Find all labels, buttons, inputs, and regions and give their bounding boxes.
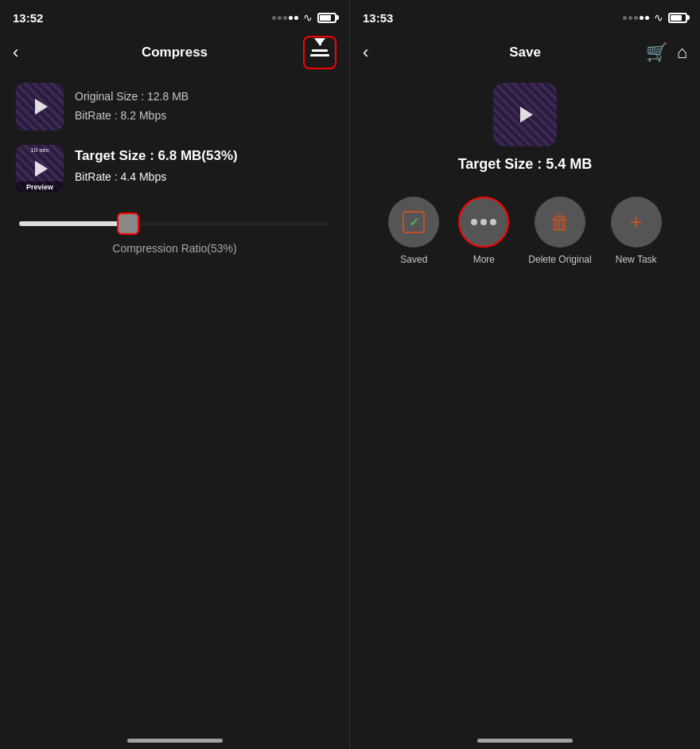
slider-thumb-wrapper[interactable] <box>117 213 139 235</box>
delete-original-action[interactable]: 🗑 Delete Original <box>528 197 591 265</box>
target-bitrate-label: BitRate : 4.4 Mbps <box>75 168 238 187</box>
status-bar-left: 13:52 ∿ <box>0 0 349 35</box>
preview-sec: 10 sec <box>16 146 64 154</box>
save-thumbnail <box>493 83 557 146</box>
status-bar-right: 13:53 ∿ <box>350 0 700 35</box>
original-size-label: Original Size : 12.8 MB <box>75 88 189 107</box>
compression-ratio-label: Compression Ratio(53%) <box>19 242 330 255</box>
preview-thumbnail[interactable]: Preview 10 sec <box>16 145 64 193</box>
more-action[interactable]: More <box>458 197 509 265</box>
save-content: Target Size : 5.4 MB ✓ Saved <box>350 70 700 722</box>
target-size-label: Target Size : 6.8 MB(53%) <box>75 145 238 168</box>
preview-target-row: Preview 10 sec Target Size : 6.8 MB(53%)… <box>16 145 333 193</box>
home-nav-icon[interactable]: ⌂ <box>677 42 687 63</box>
status-icons-left: ∿ <box>272 11 336 24</box>
back-button-right[interactable]: ‹ <box>363 41 375 64</box>
save-target-size-label: Target Size : 5.4 MB <box>458 156 593 173</box>
signal-icon-right <box>623 16 649 20</box>
nav-bar-right: ‹ Save 🛒 ⌂ <box>350 35 700 70</box>
original-thumbnail <box>16 83 64 131</box>
plus-icon: + <box>630 211 643 233</box>
nav-title-left: Compress <box>142 45 208 60</box>
preview-label: Preview <box>16 181 64 193</box>
slider-section: Compression Ratio(53%) <box>16 212 333 255</box>
wifi-icon: ∿ <box>303 11 313 24</box>
delete-original-label: Delete Original <box>528 254 591 265</box>
saved-label: Saved <box>400 254 427 265</box>
status-time-left: 13:52 <box>13 11 43 25</box>
original-bitrate-label: BitRate : 8.2 Mbps <box>75 107 189 126</box>
download-button[interactable] <box>303 36 336 69</box>
slider-container[interactable] <box>19 212 330 236</box>
compress-content: Original Size : 12.8 MB BitRate : 8.2 Mb… <box>0 70 349 722</box>
more-circle[interactable] <box>458 197 509 248</box>
battery-icon-right <box>668 13 687 23</box>
home-bar-left <box>127 739 223 743</box>
target-info-text: Target Size : 6.8 MB(53%) BitRate : 4.4 … <box>75 145 238 187</box>
nav-bar-left: ‹ Compress <box>0 35 349 70</box>
signal-icon <box>272 16 298 20</box>
wifi-icon-right: ∿ <box>654 11 663 24</box>
download-icon <box>310 49 329 57</box>
home-bar-right <box>477 739 573 743</box>
new-task-action[interactable]: + New Task <box>611 197 662 265</box>
original-info-row: Original Size : 12.8 MB BitRate : 8.2 Mb… <box>16 83 333 131</box>
status-time-right: 13:53 <box>363 11 393 25</box>
more-icon <box>471 219 496 225</box>
trash-icon: 🗑 <box>550 210 570 235</box>
home-indicator-right <box>350 722 700 749</box>
back-button-left[interactable]: ‹ <box>13 41 25 64</box>
nav-title-right: Save <box>509 45 541 60</box>
slider-track <box>19 221 330 226</box>
new-task-circle[interactable]: + <box>611 197 662 248</box>
status-icons-right: ∿ <box>623 11 687 24</box>
home-indicator-left <box>0 722 349 749</box>
saved-action[interactable]: ✓ Saved <box>388 197 439 265</box>
right-panel: 13:53 ∿ ‹ Save 🛒 ⌂ <box>350 0 700 749</box>
delete-original-circle[interactable]: 🗑 <box>535 197 585 248</box>
saved-circle[interactable]: ✓ <box>388 197 439 248</box>
original-info-text: Original Size : 12.8 MB BitRate : 8.2 Mb… <box>75 88 189 126</box>
left-panel: 13:52 ∿ ‹ Compress <box>0 0 350 749</box>
slider-thumb[interactable] <box>117 213 139 235</box>
action-row: ✓ Saved More 🗑 <box>388 197 661 265</box>
more-label: More <box>473 254 495 265</box>
battery-icon <box>317 13 336 23</box>
cart-icon[interactable]: 🛒 <box>646 42 667 63</box>
new-task-label: New Task <box>616 254 657 265</box>
nav-icons-right: 🛒 ⌂ <box>646 42 687 63</box>
saved-icon: ✓ <box>402 211 425 233</box>
